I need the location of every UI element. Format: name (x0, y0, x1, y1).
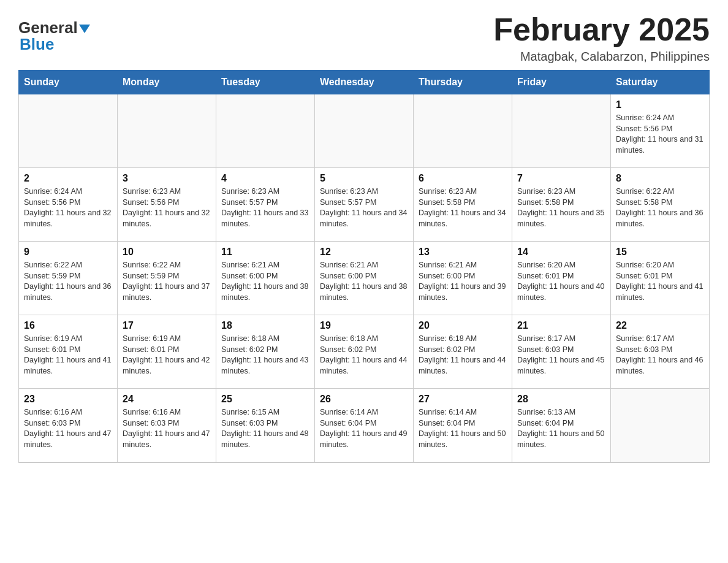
calendar-day-cell: 14Sunrise: 6:20 AMSunset: 6:01 PMDayligh… (512, 242, 611, 315)
day-info: Sunrise: 6:20 AMSunset: 6:01 PMDaylight:… (517, 260, 605, 303)
day-info: Sunrise: 6:24 AMSunset: 5:56 PMDaylight:… (616, 113, 704, 156)
calendar-title: February 2025 (493, 12, 710, 47)
day-number: 13 (419, 247, 507, 258)
calendar-day-cell: 2Sunrise: 6:24 AMSunset: 5:56 PMDaylight… (19, 168, 118, 242)
day-info: Sunrise: 6:16 AMSunset: 6:03 PMDaylight:… (24, 407, 112, 450)
weekday-header-sunday: Sunday (19, 71, 118, 94)
day-number: 28 (517, 394, 605, 405)
day-info: Sunrise: 6:23 AMSunset: 5:56 PMDaylight:… (123, 186, 211, 229)
calendar-day-cell (216, 94, 315, 168)
logo-blue: Blue (20, 35, 54, 54)
calendar-day-cell: 22Sunrise: 6:17 AMSunset: 6:03 PMDayligh… (611, 315, 710, 389)
day-number: 17 (123, 320, 211, 331)
day-info: Sunrise: 6:16 AMSunset: 6:03 PMDaylight:… (123, 407, 211, 450)
day-number: 7 (517, 173, 605, 184)
day-info: Sunrise: 6:23 AMSunset: 5:57 PMDaylight:… (221, 186, 309, 229)
calendar-day-cell: 11Sunrise: 6:21 AMSunset: 6:00 PMDayligh… (216, 242, 315, 315)
day-number: 8 (616, 173, 704, 184)
day-info: Sunrise: 6:23 AMSunset: 5:57 PMDaylight:… (320, 186, 408, 229)
day-number: 11 (221, 247, 309, 258)
day-info: Sunrise: 6:14 AMSunset: 6:04 PMDaylight:… (419, 407, 507, 450)
day-info: Sunrise: 6:17 AMSunset: 6:03 PMDaylight:… (517, 334, 605, 377)
day-info: Sunrise: 6:23 AMSunset: 5:58 PMDaylight:… (517, 186, 605, 229)
calendar-day-cell (315, 94, 414, 168)
calendar-day-cell: 16Sunrise: 6:19 AMSunset: 6:01 PMDayligh… (19, 315, 118, 389)
day-info: Sunrise: 6:21 AMSunset: 6:00 PMDaylight:… (221, 260, 309, 303)
day-info: Sunrise: 6:24 AMSunset: 5:56 PMDaylight:… (24, 186, 112, 229)
day-number: 16 (24, 320, 112, 331)
calendar-week-row: 16Sunrise: 6:19 AMSunset: 6:01 PMDayligh… (19, 315, 710, 389)
weekday-header-monday: Monday (118, 71, 216, 94)
calendar-week-row: 23Sunrise: 6:16 AMSunset: 6:03 PMDayligh… (19, 389, 710, 462)
calendar-day-cell: 10Sunrise: 6:22 AMSunset: 5:59 PMDayligh… (118, 242, 216, 315)
calendar-week-row: 1Sunrise: 6:24 AMSunset: 5:56 PMDaylight… (19, 94, 710, 168)
weekday-header-thursday: Thursday (414, 71, 512, 94)
calendar-day-cell: 13Sunrise: 6:21 AMSunset: 6:00 PMDayligh… (414, 242, 512, 315)
weekday-header-saturday: Saturday (611, 71, 710, 94)
weekday-header-wednesday: Wednesday (315, 71, 414, 94)
calendar-day-cell (611, 389, 710, 462)
calendar-day-cell: 19Sunrise: 6:18 AMSunset: 6:02 PMDayligh… (315, 315, 414, 389)
calendar-day-cell: 8Sunrise: 6:22 AMSunset: 5:58 PMDaylight… (611, 168, 710, 242)
day-number: 4 (221, 173, 309, 184)
calendar-table: SundayMondayTuesdayWednesdayThursdayFrid… (18, 70, 710, 463)
calendar-day-cell: 17Sunrise: 6:19 AMSunset: 6:01 PMDayligh… (118, 315, 216, 389)
title-section: February 2025 Matagbak, Calabarzon, Phil… (493, 12, 710, 64)
calendar-day-cell: 23Sunrise: 6:16 AMSunset: 6:03 PMDayligh… (19, 389, 118, 462)
day-info: Sunrise: 6:23 AMSunset: 5:58 PMDaylight:… (419, 186, 507, 229)
calendar-day-cell (118, 94, 216, 168)
calendar-header-row: SundayMondayTuesdayWednesdayThursdayFrid… (19, 71, 710, 94)
calendar-week-row: 9Sunrise: 6:22 AMSunset: 5:59 PMDaylight… (19, 242, 710, 315)
day-number: 19 (320, 320, 408, 331)
day-number: 1 (616, 99, 704, 110)
day-number: 18 (221, 320, 309, 331)
day-info: Sunrise: 6:18 AMSunset: 6:02 PMDaylight:… (320, 334, 408, 377)
calendar-day-cell: 18Sunrise: 6:18 AMSunset: 6:02 PMDayligh… (216, 315, 315, 389)
calendar-day-cell: 7Sunrise: 6:23 AMSunset: 5:58 PMDaylight… (512, 168, 611, 242)
calendar-day-cell (512, 94, 611, 168)
day-number: 15 (616, 247, 704, 258)
day-info: Sunrise: 6:22 AMSunset: 5:59 PMDaylight:… (24, 260, 112, 303)
weekday-header-tuesday: Tuesday (216, 71, 315, 94)
day-number: 2 (24, 173, 112, 184)
calendar-day-cell: 1Sunrise: 6:24 AMSunset: 5:56 PMDaylight… (611, 94, 710, 168)
day-number: 24 (123, 394, 211, 405)
day-number: 3 (123, 173, 211, 184)
calendar-subtitle: Matagbak, Calabarzon, Philippines (493, 50, 710, 64)
calendar-week-row: 2Sunrise: 6:24 AMSunset: 5:56 PMDaylight… (19, 168, 710, 242)
day-info: Sunrise: 6:14 AMSunset: 6:04 PMDaylight:… (320, 407, 408, 450)
day-info: Sunrise: 6:21 AMSunset: 6:00 PMDaylight:… (419, 260, 507, 303)
day-number: 25 (221, 394, 309, 405)
day-info: Sunrise: 6:18 AMSunset: 6:02 PMDaylight:… (221, 334, 309, 377)
calendar-day-cell: 5Sunrise: 6:23 AMSunset: 5:57 PMDaylight… (315, 168, 414, 242)
day-number: 10 (123, 247, 211, 258)
weekday-header-friday: Friday (512, 71, 611, 94)
day-number: 6 (419, 173, 507, 184)
day-info: Sunrise: 6:20 AMSunset: 6:01 PMDaylight:… (616, 260, 704, 303)
day-info: Sunrise: 6:19 AMSunset: 6:01 PMDaylight:… (123, 334, 211, 377)
calendar-day-cell: 28Sunrise: 6:13 AMSunset: 6:04 PMDayligh… (512, 389, 611, 462)
calendar-day-cell: 12Sunrise: 6:21 AMSunset: 6:00 PMDayligh… (315, 242, 414, 315)
day-info: Sunrise: 6:15 AMSunset: 6:03 PMDaylight:… (221, 407, 309, 450)
day-info: Sunrise: 6:17 AMSunset: 6:03 PMDaylight:… (616, 334, 704, 377)
calendar-day-cell: 24Sunrise: 6:16 AMSunset: 6:03 PMDayligh… (118, 389, 216, 462)
day-number: 22 (616, 320, 704, 331)
day-number: 26 (320, 394, 408, 405)
logo: General Blue (18, 18, 91, 54)
day-number: 12 (320, 247, 408, 258)
calendar-day-cell: 4Sunrise: 6:23 AMSunset: 5:57 PMDaylight… (216, 168, 315, 242)
svg-marker-0 (79, 25, 90, 33)
day-info: Sunrise: 6:19 AMSunset: 6:01 PMDaylight:… (24, 334, 112, 377)
day-number: 27 (419, 394, 507, 405)
day-number: 20 (419, 320, 507, 331)
day-info: Sunrise: 6:22 AMSunset: 5:58 PMDaylight:… (616, 186, 704, 229)
day-number: 23 (24, 394, 112, 405)
day-info: Sunrise: 6:22 AMSunset: 5:59 PMDaylight:… (123, 260, 211, 303)
calendar-day-cell: 26Sunrise: 6:14 AMSunset: 6:04 PMDayligh… (315, 389, 414, 462)
day-info: Sunrise: 6:13 AMSunset: 6:04 PMDaylight:… (517, 407, 605, 450)
day-number: 21 (517, 320, 605, 331)
day-info: Sunrise: 6:18 AMSunset: 6:02 PMDaylight:… (419, 334, 507, 377)
calendar-day-cell: 25Sunrise: 6:15 AMSunset: 6:03 PMDayligh… (216, 389, 315, 462)
day-number: 14 (517, 247, 605, 258)
calendar-day-cell: 3Sunrise: 6:23 AMSunset: 5:56 PMDaylight… (118, 168, 216, 242)
